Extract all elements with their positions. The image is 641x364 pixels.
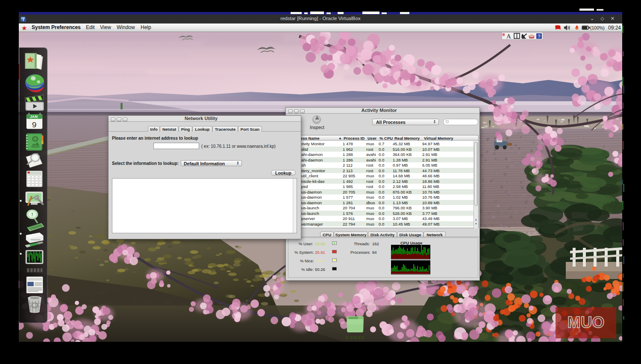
svg-text:A: A [506, 33, 511, 40]
svg-text:?: ? [538, 34, 541, 39]
svg-text:!: ! [32, 212, 33, 217]
svg-text:JAN: JAN [30, 115, 38, 119]
svg-text:9: 9 [32, 120, 37, 129]
